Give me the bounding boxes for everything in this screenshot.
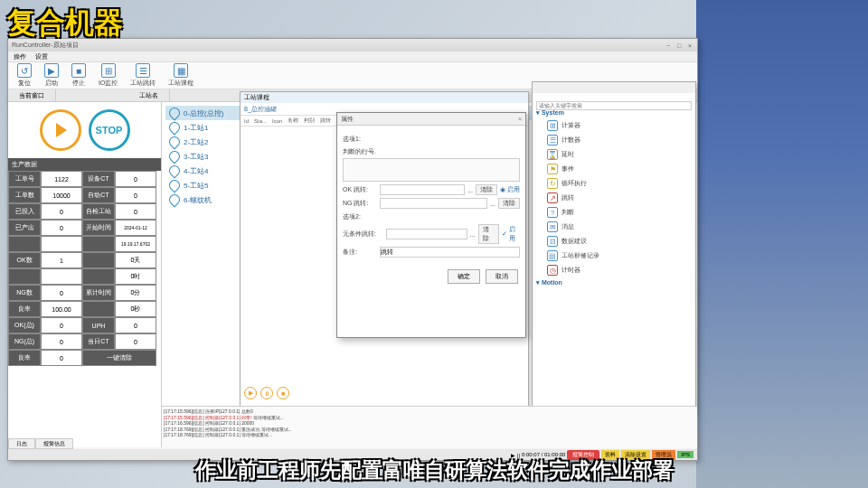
stats-table: 工单号1122设备CT0 工单数10000自动CT0 已投入0自检工站0 已产出… — [8, 171, 161, 447]
pin-icon — [167, 106, 183, 121]
station-course-button[interactable]: ▦工站课程 — [165, 62, 197, 89]
play-big-button[interactable] — [40, 109, 81, 151]
tab-alarm[interactable]: 报警信息 — [35, 438, 73, 449]
tool-data[interactable]: ⊟数据建议 — [536, 234, 692, 249]
nocond-clear-button[interactable]: 清除 — [478, 224, 499, 244]
tool-counter[interactable]: ☰计数器 — [536, 133, 692, 147]
toolbox-header — [533, 82, 695, 93]
app-window: RunController-原始项目 − □ × 操作 设置 ↺复位 ▶启动 ■… — [7, 38, 698, 461]
start-button[interactable]: ▶启动 — [41, 62, 62, 89]
note-input[interactable] — [380, 247, 520, 258]
log-area: [17:17:15.596][信息] 连接IP[127.0.0.1] 总数0 [… — [162, 406, 697, 447]
left-panel: STOP 生产教据 工单号1122设备CT0 工单数10000自动CT0 已投入… — [8, 102, 162, 447]
ng-jump-input[interactable] — [380, 198, 487, 209]
note-label: 备注: — [343, 248, 377, 257]
flow-window: 工站课程 8_总控油罐 IdSta...Icon名称判别跳转耗时备注 属性× 选… — [240, 91, 529, 424]
tool-event[interactable]: ⚑事件 — [536, 162, 692, 176]
pin-icon — [167, 164, 183, 179]
pin-icon — [167, 178, 183, 193]
stop-big-button[interactable]: STOP — [89, 109, 130, 151]
tool-timer[interactable]: ◷计时器 — [536, 263, 692, 277]
flag-icon: ⚑ — [547, 164, 558, 174]
flow-header: 工站课程 — [241, 92, 528, 103]
io-monitor-button[interactable]: ⊞IO监控 — [95, 62, 121, 89]
tool-record[interactable]: ▤工站群修记录 — [536, 249, 692, 263]
ok-clear-button[interactable]: 清除 — [476, 184, 497, 195]
nocond-more-button[interactable]: ... — [470, 231, 476, 238]
properties-dialog: 属性× 选项1: 判断的行号. OK 跳转: ... 清除 ◉ 启用 NG 跳转… — [336, 112, 526, 338]
dialog-title: 属性 — [341, 115, 354, 124]
station-jump-button[interactable]: ☰工站跳转 — [127, 62, 159, 89]
hourglass-icon: ⌛ — [547, 149, 558, 160]
close-icon[interactable]: × — [686, 42, 693, 49]
tool-jump[interactable]: ↗跳转 — [536, 191, 692, 205]
nocond-label: 无条件跳转: — [343, 230, 383, 239]
stop-button[interactable]: ■停止 — [68, 62, 90, 89]
jump-icon: ↗ — [547, 192, 558, 203]
ng-more-button[interactable]: ... — [490, 201, 495, 207]
dialog-close-icon[interactable]: × — [518, 116, 522, 122]
center-panel: 0-总控(总控) 1-工站1 2-工站2 3-工站3 4-工站4 5-工站5 6… — [162, 102, 697, 447]
status-ips[interactable]: IPS — [677, 451, 693, 458]
record-icon: ▤ — [547, 250, 558, 261]
flow-controls: ▶ ⏸ ■ — [244, 387, 289, 399]
tab-log[interactable]: 日志 — [8, 438, 35, 449]
tool-judge[interactable]: ?判断 — [536, 205, 692, 220]
video-title-overlay: 复合机器 — [7, 4, 123, 43]
confirm-button[interactable]: 确定 — [448, 269, 480, 284]
pin-icon — [167, 149, 183, 164]
tool-loop[interactable]: ↻循环执行 — [536, 176, 692, 191]
minimize-icon[interactable]: − — [665, 42, 672, 49]
timer-icon: ◷ — [547, 265, 558, 276]
option2-label: 选项2: — [343, 212, 520, 221]
tab-station-name[interactable]: 工站名 — [128, 89, 170, 101]
pin-icon — [167, 192, 183, 208]
flow-play-icon[interactable]: ▶ — [244, 387, 257, 399]
nocond-enable-check[interactable]: ✓ 启用 — [502, 225, 520, 243]
stats-title: 生产教据 — [8, 158, 161, 171]
loop-icon: ↻ — [547, 178, 558, 189]
cancel-button[interactable]: 取消 — [486, 269, 518, 284]
ok-jump-input[interactable] — [380, 184, 465, 195]
video-subtitle-overlay: 作业前工程师先配置富唯自研算法软件完成作业部署 — [195, 456, 674, 484]
flow-pause-icon[interactable]: ⏸ — [260, 387, 273, 399]
nocond-input[interactable] — [386, 229, 467, 239]
rownum-input[interactable] — [343, 158, 520, 182]
menu-operate[interactable]: 操作 — [14, 52, 26, 61]
ng-clear-button[interactable]: 清除 — [498, 198, 520, 209]
pin-icon — [167, 120, 183, 136]
menubar: 操作 设置 — [8, 52, 697, 62]
clear-all-button[interactable]: 一键清除 — [82, 350, 156, 366]
calculator-icon: ⊞ — [547, 120, 558, 131]
bottom-tabs: 日志 报警信息 — [8, 438, 73, 449]
option1-label: 选项1: — [343, 135, 520, 144]
pin-icon — [167, 135, 183, 150]
database-icon: ⊟ — [547, 236, 558, 247]
maximize-icon[interactable]: □ — [675, 42, 683, 49]
rownum-label: 判断的行号. — [343, 147, 520, 156]
menu-settings[interactable]: 设置 — [35, 52, 48, 61]
tool-calculator[interactable]: ⊞计算器 — [536, 118, 692, 133]
flow-stop-icon[interactable]: ■ — [277, 387, 289, 399]
reset-button[interactable]: ↺复位 — [14, 62, 35, 89]
tool-delay[interactable]: ⌛延时 — [536, 147, 692, 162]
toolbox-cat-motion[interactable]: ▾ Motion — [536, 277, 692, 288]
ok-jump-label: OK 跳转: — [343, 185, 377, 194]
mail-icon: ✉ — [547, 221, 558, 232]
ok-enable-check[interactable]: ◉ 启用 — [500, 185, 520, 194]
tool-message[interactable]: ✉消息 — [536, 220, 692, 234]
toolbox-panel: ▾ System ⊞计算器 ☰计数器 ⌛延时 ⚑事件 ↻循环执行 ↗跳转 ?判断… — [532, 81, 696, 414]
counter-icon: ☰ — [547, 135, 558, 145]
ng-jump-label: NG 跳转: — [343, 199, 377, 208]
question-icon: ? — [547, 207, 558, 218]
ok-more-button[interactable]: ... — [467, 187, 473, 193]
tab-current-window[interactable]: 当前窗口 — [8, 89, 56, 101]
